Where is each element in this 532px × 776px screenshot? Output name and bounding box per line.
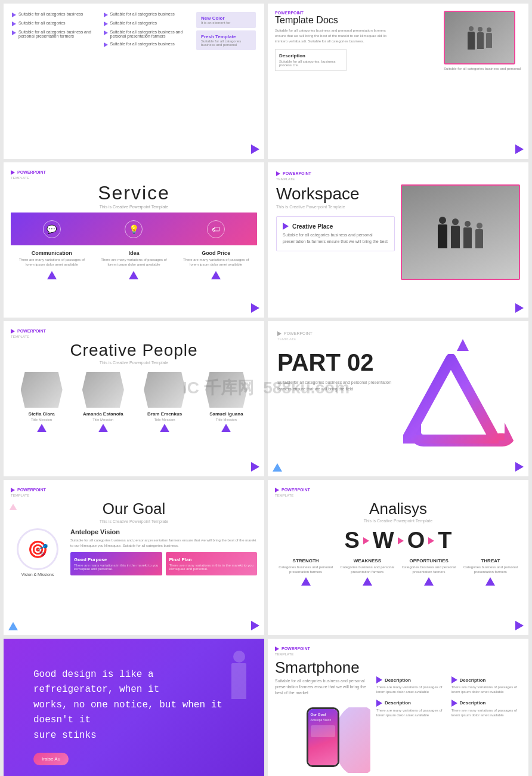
tri	[424, 577, 434, 586]
member-role-2: Title Mession	[79, 418, 127, 421]
our-goal-tagline: This is Creative Powerpoint Template	[11, 519, 257, 524]
photo-placeholder	[444, 11, 515, 64]
team-member-2: Amanda Estanofa Title Mession	[79, 372, 127, 432]
play-icon	[12, 30, 16, 35]
avatar-2	[82, 372, 124, 408]
strength-label: STRENGTH	[279, 558, 333, 563]
tri	[301, 577, 311, 586]
feature-desc-2: There are many variations of passages of…	[97, 257, 171, 267]
powerpoint-label-cp: POWERPOINT	[17, 329, 46, 333]
sp-left: Smartphone Suitable for all categories b…	[275, 658, 370, 773]
tri	[363, 577, 372, 586]
new-color-block: New Color It is an element for	[196, 12, 256, 28]
our-goal-title: Our Goal	[11, 500, 257, 518]
powerpoint-label: POWERPOINT	[17, 170, 46, 174]
opportunities-label: OPPORTUNITIES	[402, 558, 456, 563]
tri-dec	[221, 424, 231, 432]
slide-template-preview: Suitable for all categories business Sui…	[4, 4, 264, 159]
dec-pink	[10, 504, 17, 510]
desc-item-3: Description There are many variations of…	[376, 700, 447, 718]
feature-name-1: Communication	[15, 250, 89, 256]
purple-bar: 💬 💡 🏷	[11, 213, 257, 245]
avatar-4	[205, 372, 247, 408]
play-icon	[104, 30, 108, 35]
play-icon-sp	[275, 646, 279, 651]
swot-weakness: WEAKNESS Categories business and persona…	[340, 558, 394, 586]
service-title: Service	[11, 182, 257, 204]
creative-place-box: Creative Place Suitable for all categori…	[276, 216, 395, 251]
play-icon-swot	[275, 488, 279, 492]
slide-creative-people: POWERPOINT TEMPLATE Creative People This…	[4, 321, 264, 476]
team-member-1: Stefia Clara Title Mession	[18, 372, 66, 432]
swot-letters: S W O T	[275, 528, 521, 553]
play-icon	[104, 42, 108, 47]
arrow-ot	[428, 537, 434, 544]
slide-workspace: POWERPOINT TEMPLATE Workspace This is Cr…	[268, 162, 528, 318]
features-row: Communication There are many variations …	[11, 250, 257, 279]
corner-arrow	[515, 462, 524, 472]
play-icon	[12, 13, 16, 17]
sp-title: Smartphone	[275, 658, 370, 677]
desc-item-1: Description There are many variations of…	[376, 676, 447, 695]
strength-desc: Categories business and personal present…	[279, 565, 333, 575]
feature-name-3: Good Price	[179, 250, 253, 256]
play-icon-part02	[277, 331, 282, 336]
team-member-3: Bram Emenkus Title Mession	[141, 372, 188, 432]
btn2-label: Final Plan	[169, 557, 254, 562]
triangle-big	[403, 354, 493, 444]
play-icon-cp	[283, 223, 289, 230]
member-role-3: Title Mession	[141, 418, 188, 421]
powerpoint-label-swot: POWERPOINT	[282, 488, 310, 492]
desc-text-2: There are many variations of passages of…	[451, 685, 522, 695]
corner-arrow	[251, 303, 259, 313]
corner-arrow-left	[8, 622, 18, 630]
play-icon-goal	[11, 488, 15, 492]
tri-dec	[37, 424, 47, 432]
feature-communication: Communication There are many variations …	[15, 250, 89, 279]
w-letter: W	[373, 528, 394, 553]
team-row: Stefia Clara Title Mession Amanda Estano…	[11, 372, 257, 432]
phone-area: Our Goal Antelope Vision	[275, 701, 370, 773]
description-box: Description Suitable for all categories,…	[275, 49, 347, 71]
swot-opportunities: OPPORTUNITIES Categories business and pe…	[402, 558, 456, 586]
swot-title: Analisys	[275, 500, 521, 518]
play-icon	[104, 13, 108, 17]
play-icon-d1	[376, 676, 382, 683]
good-purpose-btn[interactable]: Good Purpose There are many variations i…	[70, 552, 162, 575]
price-icon: 🏷	[207, 220, 225, 238]
feature-name-2: Idea	[97, 250, 171, 256]
swot-tagline: This is Creative Powerpoint Template	[275, 519, 521, 523]
target-icon: 🎯	[17, 528, 58, 570]
tri-decoration-2	[129, 271, 138, 279]
desc-text-1: There are many variations of passages of…	[376, 685, 447, 695]
tri-dec	[98, 424, 108, 432]
member-name-1: Stefia Clara	[18, 411, 66, 417]
sublabel: TEMPLATE	[11, 176, 257, 180]
o-letter: O	[407, 528, 425, 553]
play-icon	[104, 21, 108, 26]
final-plan-btn[interactable]: Final Plan There are many variations in …	[166, 552, 258, 575]
btn1-sub: There are many variations in this in the…	[74, 563, 159, 571]
feature-goodprice: Good Price There are many variations of …	[179, 250, 253, 279]
sub-label: Suitable for all categories business and…	[444, 67, 521, 70]
goal-content: 🎯 Vision & Missions Antelope Vision Suit…	[11, 528, 257, 577]
weakness-label: WEAKNESS	[340, 558, 394, 563]
desc-text-4: There are many variations of passages of…	[451, 708, 522, 718]
powerpoint-label-goal: POWERPOINT	[17, 488, 46, 492]
tri-dec	[160, 424, 169, 432]
play-icon-d4	[451, 700, 457, 707]
corner-arrow	[251, 144, 259, 154]
corner-arrow	[515, 303, 524, 313]
desc-label: Description	[279, 53, 342, 58]
template-desc: Suitable for all categories business and…	[275, 28, 394, 44]
slide-swot: POWERPOINT TEMPLATE Analisys This is Cre…	[268, 480, 528, 635]
tri-decoration-3	[211, 271, 221, 279]
slide-our-goal: POWERPOINT TEMPLATE Our Goal This is Cre…	[4, 480, 264, 635]
slide-template-docs: POWERPOINT Template Docs Suitable for al…	[268, 4, 528, 159]
sp-tagline: Suitable for all categories business and…	[275, 678, 370, 695]
avatar-1	[21, 372, 63, 408]
weakness-desc: Categories business and personal present…	[340, 565, 394, 575]
part02-desc: Suitable for all categories business and…	[277, 380, 397, 392]
avatar-3	[144, 372, 185, 408]
fresh-template-block: Fresh Template Suitable for all categori…	[196, 30, 256, 50]
